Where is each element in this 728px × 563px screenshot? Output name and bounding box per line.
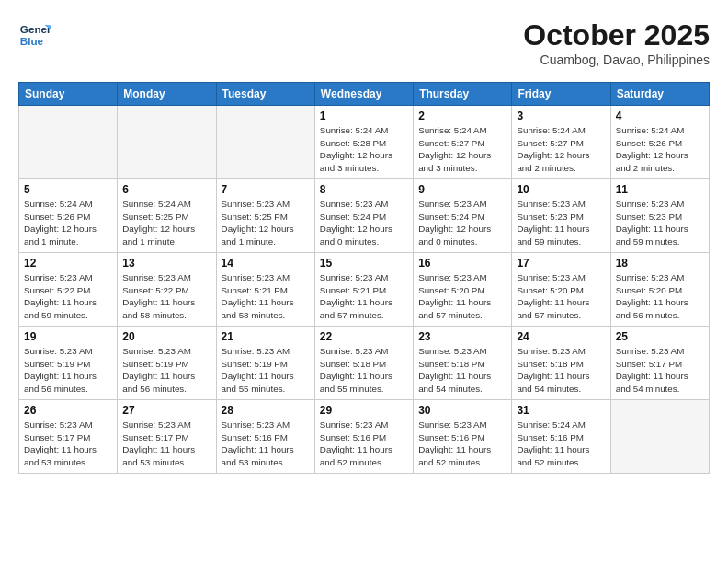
day-info: Sunrise: 5:23 AM Sunset: 5:16 PM Dayligh… <box>222 419 310 469</box>
calendar-cell: 22Sunrise: 5:23 AM Sunset: 5:18 PM Dayli… <box>314 327 413 400</box>
calendar-cell: 27Sunrise: 5:23 AM Sunset: 5:17 PM Dayli… <box>118 400 216 474</box>
calendar-cell: 2Sunrise: 5:24 AM Sunset: 5:27 PM Daylig… <box>414 106 512 179</box>
day-info: Sunrise: 5:24 AM Sunset: 5:27 PM Dayligh… <box>517 124 605 175</box>
svg-text:Blue: Blue <box>20 35 44 47</box>
day-number: 17 <box>517 257 605 270</box>
calendar-cell: 21Sunrise: 5:23 AM Sunset: 5:19 PM Dayli… <box>216 327 314 400</box>
day-info: Sunrise: 5:24 AM Sunset: 5:26 PM Dayligh… <box>616 124 704 175</box>
logo-icon: General Blue <box>18 18 51 52</box>
day-info: Sunrise: 5:23 AM Sunset: 5:23 PM Dayligh… <box>517 198 605 248</box>
day-number: 23 <box>418 330 506 343</box>
day-info: Sunrise: 5:23 AM Sunset: 5:17 PM Dayligh… <box>24 419 112 469</box>
calendar-cell: 18Sunrise: 5:23 AM Sunset: 5:20 PM Dayli… <box>610 253 709 327</box>
calendar-body: 1Sunrise: 5:24 AM Sunset: 5:28 PM Daylig… <box>19 106 710 474</box>
calendar-cell: 7Sunrise: 5:23 AM Sunset: 5:25 PM Daylig… <box>216 179 314 253</box>
calendar-cell: 28Sunrise: 5:23 AM Sunset: 5:16 PM Dayli… <box>216 400 314 474</box>
calendar-week-2: 5Sunrise: 5:24 AM Sunset: 5:26 PM Daylig… <box>19 179 710 253</box>
day-info: Sunrise: 5:23 AM Sunset: 5:19 PM Dayligh… <box>122 345 210 396</box>
day-number: 27 <box>122 404 210 417</box>
weekday-header-monday: Monday <box>118 83 216 106</box>
calendar-cell: 24Sunrise: 5:23 AM Sunset: 5:18 PM Dayli… <box>512 327 610 400</box>
weekday-header-tuesday: Tuesday <box>216 83 314 106</box>
page-header: General Blue October 2025 Cuambog, Davao… <box>18 18 710 67</box>
day-info: Sunrise: 5:23 AM Sunset: 5:16 PM Dayligh… <box>418 419 506 469</box>
day-number: 21 <box>222 330 310 343</box>
day-number: 8 <box>320 183 408 196</box>
day-info: Sunrise: 5:24 AM Sunset: 5:25 PM Dayligh… <box>122 198 210 248</box>
day-number: 16 <box>418 257 506 270</box>
day-number: 30 <box>418 404 506 417</box>
day-number: 28 <box>222 404 310 417</box>
day-info: Sunrise: 5:23 AM Sunset: 5:22 PM Dayligh… <box>24 271 112 322</box>
day-info: Sunrise: 5:23 AM Sunset: 5:20 PM Dayligh… <box>418 271 506 322</box>
day-info: Sunrise: 5:23 AM Sunset: 5:20 PM Dayligh… <box>616 271 704 322</box>
day-number: 14 <box>222 257 310 270</box>
calendar-cell: 17Sunrise: 5:23 AM Sunset: 5:20 PM Dayli… <box>512 253 610 327</box>
day-info: Sunrise: 5:24 AM Sunset: 5:16 PM Dayligh… <box>517 419 605 469</box>
day-info: Sunrise: 5:23 AM Sunset: 5:19 PM Dayligh… <box>24 345 112 396</box>
day-number: 25 <box>616 330 704 343</box>
day-number: 13 <box>122 257 210 270</box>
calendar-table: SundayMondayTuesdayWednesdayThursdayFrid… <box>18 82 710 474</box>
calendar-cell: 3Sunrise: 5:24 AM Sunset: 5:27 PM Daylig… <box>512 106 610 179</box>
calendar-cell: 30Sunrise: 5:23 AM Sunset: 5:16 PM Dayli… <box>414 400 512 474</box>
day-number: 1 <box>320 109 408 122</box>
day-info: Sunrise: 5:23 AM Sunset: 5:25 PM Dayligh… <box>222 198 310 248</box>
calendar-cell: 5Sunrise: 5:24 AM Sunset: 5:26 PM Daylig… <box>19 179 118 253</box>
day-info: Sunrise: 5:23 AM Sunset: 5:18 PM Dayligh… <box>418 345 506 396</box>
svg-text:General: General <box>20 23 51 35</box>
calendar-cell: 19Sunrise: 5:23 AM Sunset: 5:19 PM Dayli… <box>19 327 118 400</box>
day-info: Sunrise: 5:23 AM Sunset: 5:20 PM Dayligh… <box>517 271 605 322</box>
calendar-cell: 16Sunrise: 5:23 AM Sunset: 5:20 PM Dayli… <box>414 253 512 327</box>
weekday-header-wednesday: Wednesday <box>314 83 413 106</box>
day-info: Sunrise: 5:23 AM Sunset: 5:21 PM Dayligh… <box>320 271 408 322</box>
day-number: 5 <box>24 183 112 196</box>
calendar-cell: 23Sunrise: 5:23 AM Sunset: 5:18 PM Dayli… <box>414 327 512 400</box>
calendar-week-1: 1Sunrise: 5:24 AM Sunset: 5:28 PM Daylig… <box>19 106 710 179</box>
calendar-cell: 15Sunrise: 5:23 AM Sunset: 5:21 PM Dayli… <box>314 253 413 327</box>
calendar-cell <box>19 106 118 179</box>
day-number: 18 <box>616 257 704 270</box>
day-info: Sunrise: 5:23 AM Sunset: 5:24 PM Dayligh… <box>418 198 506 248</box>
day-info: Sunrise: 5:23 AM Sunset: 5:16 PM Dayligh… <box>320 419 408 469</box>
calendar-week-3: 12Sunrise: 5:23 AM Sunset: 5:22 PM Dayli… <box>19 253 710 327</box>
calendar-cell: 6Sunrise: 5:24 AM Sunset: 5:25 PM Daylig… <box>118 179 216 253</box>
day-number: 24 <box>517 330 605 343</box>
calendar-cell: 12Sunrise: 5:23 AM Sunset: 5:22 PM Dayli… <box>19 253 118 327</box>
calendar-cell: 9Sunrise: 5:23 AM Sunset: 5:24 PM Daylig… <box>414 179 512 253</box>
day-info: Sunrise: 5:24 AM Sunset: 5:27 PM Dayligh… <box>418 124 506 175</box>
calendar-cell: 11Sunrise: 5:23 AM Sunset: 5:23 PM Dayli… <box>610 179 709 253</box>
calendar-cell: 31Sunrise: 5:24 AM Sunset: 5:16 PM Dayli… <box>512 400 610 474</box>
day-number: 3 <box>517 109 605 122</box>
day-number: 10 <box>517 183 605 196</box>
calendar-cell: 20Sunrise: 5:23 AM Sunset: 5:19 PM Dayli… <box>118 327 216 400</box>
location-subtitle: Cuambog, Davao, Philippines <box>523 52 710 67</box>
calendar-cell: 26Sunrise: 5:23 AM Sunset: 5:17 PM Dayli… <box>19 400 118 474</box>
logo: General Blue <box>18 18 51 52</box>
day-number: 4 <box>616 109 704 122</box>
calendar-cell <box>216 106 314 179</box>
calendar-cell: 4Sunrise: 5:24 AM Sunset: 5:26 PM Daylig… <box>610 106 709 179</box>
weekday-header-saturday: Saturday <box>610 83 709 106</box>
day-number: 12 <box>24 257 112 270</box>
day-info: Sunrise: 5:24 AM Sunset: 5:28 PM Dayligh… <box>320 124 408 175</box>
calendar-header-row: SundayMondayTuesdayWednesdayThursdayFrid… <box>19 83 710 106</box>
calendar-cell: 29Sunrise: 5:23 AM Sunset: 5:16 PM Dayli… <box>314 400 413 474</box>
day-info: Sunrise: 5:23 AM Sunset: 5:23 PM Dayligh… <box>616 198 704 248</box>
calendar-cell <box>610 400 709 474</box>
day-number: 15 <box>320 257 408 270</box>
calendar-cell: 14Sunrise: 5:23 AM Sunset: 5:21 PM Dayli… <box>216 253 314 327</box>
calendar-cell: 10Sunrise: 5:23 AM Sunset: 5:23 PM Dayli… <box>512 179 610 253</box>
day-info: Sunrise: 5:24 AM Sunset: 5:26 PM Dayligh… <box>24 198 112 248</box>
day-number: 22 <box>320 330 408 343</box>
day-number: 6 <box>122 183 210 196</box>
day-info: Sunrise: 5:23 AM Sunset: 5:19 PM Dayligh… <box>222 345 310 396</box>
day-number: 19 <box>24 330 112 343</box>
calendar-cell: 8Sunrise: 5:23 AM Sunset: 5:24 PM Daylig… <box>314 179 413 253</box>
day-number: 11 <box>616 183 704 196</box>
day-info: Sunrise: 5:23 AM Sunset: 5:17 PM Dayligh… <box>122 419 210 469</box>
day-number: 9 <box>418 183 506 196</box>
day-number: 26 <box>24 404 112 417</box>
weekday-header-sunday: Sunday <box>19 83 118 106</box>
title-block: October 2025 Cuambog, Davao, Philippines <box>523 18 710 67</box>
